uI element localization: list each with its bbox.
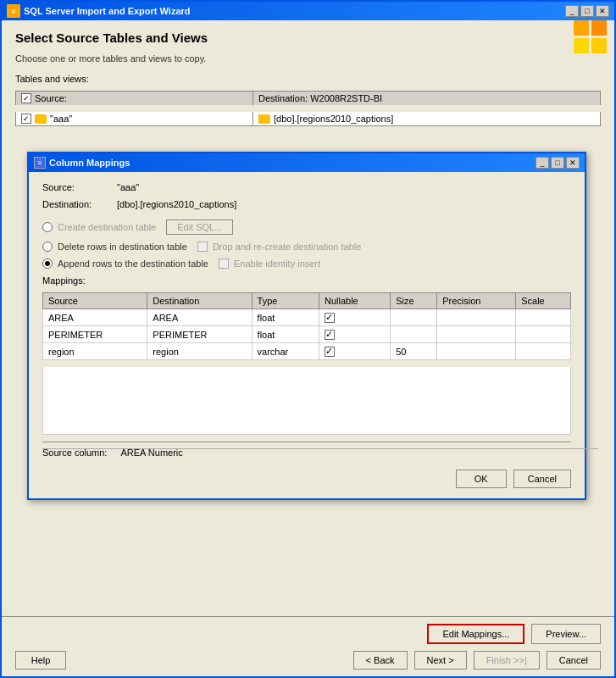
- back-button[interactable]: < Back: [353, 651, 408, 670]
- col-precision: Precision: [437, 293, 516, 309]
- mapping-cell-0-0: AREA: [43, 309, 147, 326]
- row-checkbox[interactable]: [21, 114, 31, 124]
- source-header-label: Source:: [35, 93, 67, 103]
- main-cancel-button[interactable]: Cancel: [547, 651, 601, 670]
- mapping-row-0[interactable]: AREAAREAfloat✓: [43, 309, 571, 326]
- logo-sq1: [574, 20, 589, 36]
- enable-identity-row: Enable identity insert: [219, 258, 320, 269]
- empty-area: [42, 367, 571, 435]
- close-button[interactable]: ✕: [596, 5, 609, 17]
- create-dest-radio[interactable]: [42, 222, 53, 232]
- minimize-button[interactable]: _: [565, 5, 579, 17]
- mapping-cell-2-3: ✓: [319, 343, 390, 360]
- mapping-cell-1-1: PERIMETER: [147, 326, 252, 343]
- maximize-button[interactable]: □: [580, 5, 594, 17]
- title-bar-buttons[interactable]: _ □ ✕: [565, 5, 609, 17]
- folder-icon: [35, 114, 47, 124]
- delete-rows-label: Delete rows in destination table: [58, 242, 187, 252]
- destination-field-row: Destination: [dbo].[regions2010_captions…: [42, 199, 571, 209]
- destination-field-label: Destination:: [42, 199, 110, 209]
- modal-maximize-button[interactable]: □: [551, 157, 564, 169]
- modal-app-icon: ≡: [34, 157, 46, 169]
- source-column-area: Source column: AREA Numeric: [42, 442, 571, 459]
- source-header-cell: Source:: [16, 92, 253, 105]
- mapping-cell-0-2: float: [252, 309, 319, 326]
- source-field-value: "aaa": [117, 182, 139, 192]
- cancel-button[interactable]: Cancel: [513, 470, 571, 488]
- enable-identity-label: Enable identity insert: [234, 258, 320, 269]
- mapping-cell-0-3: ✓: [319, 309, 390, 326]
- window-title: SQL Server Import and Export Wizard: [24, 6, 191, 16]
- mapping-cell-1-3: ✓: [319, 326, 390, 343]
- main-window: ≡ SQL Server Import and Export Wizard _ …: [0, 0, 616, 678]
- mapping-cell-0-4: [391, 309, 437, 326]
- edit-sql-button[interactable]: Edit SQL...: [166, 220, 233, 235]
- mapping-row-2[interactable]: regionregionvarchar✓50: [43, 343, 571, 360]
- modal-title-left: ≡ Column Mappings: [34, 157, 130, 169]
- append-rows-radio-row: Append rows to the destination table: [42, 258, 208, 269]
- next-button[interactable]: Next >: [414, 651, 467, 670]
- nav-left: Help: [15, 651, 66, 670]
- main-content: Select Source Tables and Views Choose on…: [2, 20, 614, 616]
- append-rows-label: Append rows to the destination table: [58, 258, 208, 269]
- modal-body: Source: "aaa" Destination: [dbo].[region…: [29, 172, 585, 498]
- mapping-cell-2-5: [437, 343, 516, 360]
- source-field-row: Source: "aaa": [42, 182, 571, 192]
- modal-close-button[interactable]: ✕: [566, 157, 580, 169]
- modal-title-buttons[interactable]: _ □ ✕: [536, 157, 580, 169]
- source-col-label: Source column:: [42, 447, 107, 458]
- section-label: Tables and views:: [15, 74, 601, 84]
- source-value: "aaa": [50, 114, 72, 124]
- drop-recreate-checkbox[interactable]: [197, 242, 208, 252]
- source-row-cell: "aaa": [16, 112, 253, 125]
- nav-right: < Back Next > Finish >>| Cancel: [353, 651, 601, 670]
- delete-rows-radio[interactable]: [42, 242, 53, 252]
- tables-header: Source: Destination: W2008R2STD-BI: [15, 91, 601, 105]
- mapping-cell-1-6: [516, 326, 571, 343]
- title-bar-left: ≡ SQL Server Import and Export Wizard: [7, 4, 191, 18]
- preview-button[interactable]: Preview...: [531, 624, 601, 644]
- mapping-cell-1-4: [391, 326, 437, 343]
- table-row[interactable]: "aaa" [dbo].[regions2010_captions]: [15, 112, 601, 126]
- col-type: Type: [252, 293, 319, 309]
- mapping-cell-0-6: [516, 309, 571, 326]
- logo-sq4: [591, 38, 607, 53]
- col-source: Source: [43, 293, 147, 309]
- header-checkbox[interactable]: [21, 93, 31, 103]
- column-mappings-dialog: ≡ Column Mappings _ □ ✕ Source: "aaa" De…: [27, 152, 586, 500]
- logo-sq3: [574, 38, 589, 53]
- enable-identity-checkbox[interactable]: [219, 258, 229, 269]
- modal-minimize-button[interactable]: _: [536, 157, 549, 169]
- drop-recreate-label: Drop and re-create destination table: [213, 242, 362, 252]
- create-dest-radio-row: Create destination table: [42, 222, 156, 232]
- drop-recreate-row: Drop and re-create destination table: [197, 242, 362, 252]
- source-field-label: Source:: [42, 182, 110, 192]
- col-nullable: Nullable: [319, 293, 390, 309]
- mapping-cell-2-6: [516, 343, 571, 360]
- edit-preview-row: Edit Mappings... Preview...: [15, 624, 601, 644]
- mapping-cell-2-0: region: [43, 343, 147, 360]
- page-title: Select Source Tables and Views: [15, 31, 601, 45]
- dest-folder-icon: [258, 114, 270, 124]
- finish-button[interactable]: Finish >>|: [474, 651, 540, 670]
- mapping-cell-1-2: float: [252, 326, 319, 343]
- destination-header-cell: Destination: W2008R2STD-BI: [253, 92, 474, 105]
- mapping-cell-2-1: region: [147, 343, 252, 360]
- app-icon: ≡: [7, 4, 20, 18]
- mappings-table: Source Destination Type Nullable Size Pr…: [42, 292, 571, 360]
- help-button[interactable]: Help: [15, 651, 66, 670]
- destination-value: [dbo].[regions2010_captions]: [274, 114, 393, 124]
- mapping-row-1[interactable]: PERIMETERPERIMETERfloat✓: [43, 326, 571, 343]
- modal-buttons: OK Cancel: [42, 466, 571, 488]
- edit-mappings-button[interactable]: Edit Mappings...: [427, 624, 524, 644]
- col-destination: Destination: [147, 293, 252, 309]
- col-size: Size: [391, 293, 437, 309]
- ok-button[interactable]: OK: [456, 470, 507, 488]
- destination-header-label: Destination: W2008R2STD-BI: [258, 93, 382, 103]
- append-rows-radio[interactable]: [42, 258, 53, 269]
- col-scale: Scale: [516, 293, 571, 309]
- destination-row-cell: [dbo].[regions2010_captions]: [253, 112, 474, 125]
- mapping-cell-1-5: [437, 326, 516, 343]
- modal-title-bar: ≡ Column Mappings _ □ ✕: [29, 153, 585, 172]
- delete-rows-radio-row: Delete rows in destination table: [42, 242, 187, 252]
